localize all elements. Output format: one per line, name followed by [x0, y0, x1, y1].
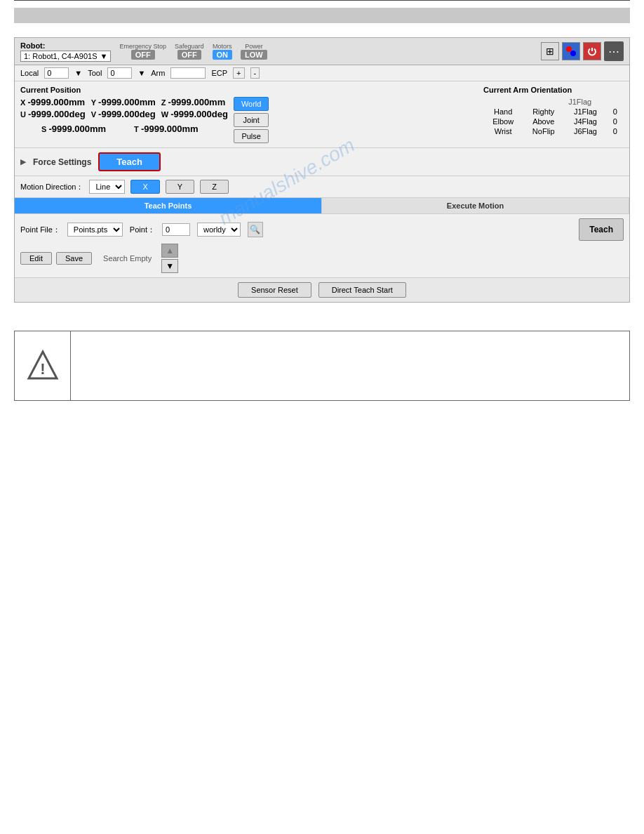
- point-label: Point：: [130, 225, 155, 235]
- ecp-label: ECP: [211, 69, 227, 77]
- safeguard-label: Safeguard: [175, 43, 204, 50]
- mode-buttons: World Joint Pulse: [234, 97, 269, 143]
- bottom-buttons-row: Sensor Reset Direct Teach Start: [15, 277, 629, 302]
- robot-selector-value: 1: Robot1, C4-A901S: [24, 52, 98, 60]
- save-button[interactable]: Save: [56, 252, 92, 265]
- ecp-minus-btn[interactable]: -: [250, 67, 260, 79]
- arm-elbow-value: Above: [523, 117, 564, 126]
- arrow-up-button[interactable]: ▲: [161, 244, 178, 258]
- joint-button[interactable]: Joint: [234, 113, 269, 127]
- pos-x: X -9999.000mm: [20, 97, 86, 107]
- arrow-down-button[interactable]: ▼: [161, 259, 178, 273]
- power-group: Power LOW: [241, 43, 267, 60]
- robot-selector[interactable]: 1: Robot1, C4-A901S ▼: [20, 51, 111, 62]
- arm-elbow-flag: J4Flag: [564, 117, 606, 126]
- force-settings-label: Force Settings: [33, 157, 91, 167]
- motion-direction-label: Motion Direction：: [20, 182, 83, 192]
- pulse-button[interactable]: Pulse: [234, 129, 269, 143]
- point-input[interactable]: [162, 223, 190, 236]
- svg-text:!: !: [40, 360, 45, 378]
- motion-direction-select[interactable]: Line: [89, 180, 125, 194]
- arm-wrist-num: 0: [607, 126, 624, 136]
- point-file-row: Point File： Points.pts Point： worldy 🔍 T…: [20, 218, 624, 241]
- worldy-select[interactable]: worldy: [197, 223, 241, 237]
- robot-top-bar: Robot: 1: Robot1, C4-A901S ▼ Emergency S…: [15, 38, 629, 65]
- arm-input[interactable]: [170, 67, 206, 79]
- arm-col-label: [483, 97, 523, 107]
- tool-dropdown-arrow[interactable]: ▼: [137, 69, 145, 77]
- grid-icon[interactable]: ⊞: [541, 42, 559, 60]
- left-arrow-indicator: ▶: [20, 157, 26, 166]
- warning-icon-cell: !: [15, 331, 71, 400]
- safeguard-value: OFF: [177, 50, 201, 60]
- arm-col-value: [523, 97, 564, 107]
- arm-hand-label: Hand: [483, 107, 523, 117]
- arm-row-wrist: Wrist NoFlip J6Flag 0: [483, 126, 624, 136]
- robot-panel-wrapper: manualshive.com Robot: 1: Robot1, C4-A90…: [0, 30, 644, 310]
- teach-points-tab[interactable]: Teach Points: [15, 198, 322, 213]
- pos-t: T -9999.000mm: [134, 124, 198, 134]
- y-axis-button[interactable]: Y: [166, 180, 194, 194]
- position-grid-st: S -9999.000mm T -9999.000mm: [20, 124, 228, 134]
- ecp-plus-btn[interactable]: +: [233, 67, 244, 79]
- arm-wrist-label: Wrist: [483, 126, 523, 136]
- execute-motion-tab[interactable]: Execute Motion: [322, 198, 629, 213]
- local-dropdown-arrow[interactable]: ▼: [74, 69, 82, 77]
- position-grid-xyz: X -9999.000mm Y -9999.000mm Z -9999.000m…: [20, 97, 228, 119]
- direct-teach-start-button[interactable]: Direct Teach Start: [318, 282, 406, 298]
- tabs-row: Teach Points Execute Motion: [15, 198, 629, 214]
- position-row: X -9999.000mm Y -9999.000mm Z -9999.000m…: [20, 97, 476, 143]
- local-input[interactable]: [44, 67, 69, 79]
- arm-col-num: [607, 97, 624, 107]
- pos-v: V -9999.000deg: [91, 109, 156, 119]
- robot-label-group: Robot: 1: Robot1, C4-A901S ▼: [20, 41, 111, 62]
- pos-y: Y -9999.000mm: [91, 97, 156, 107]
- pos-s: S -9999.000mm: [41, 124, 106, 134]
- emergency-stop-group: Emergency Stop OFF: [119, 43, 166, 60]
- motors-label: Motors: [213, 43, 232, 50]
- tool-input[interactable]: [107, 67, 132, 79]
- power-label: Power: [245, 43, 263, 50]
- power-icon[interactable]: [583, 42, 601, 60]
- right-panel: Current Arm Orientation J1Flag Hand: [483, 86, 624, 143]
- z-axis-button[interactable]: Z: [200, 180, 229, 194]
- warning-box: !: [14, 331, 630, 401]
- point-file-select[interactable]: Points.pts: [67, 223, 123, 237]
- arm-hand-num: 0: [607, 107, 624, 117]
- color-icon[interactable]: [562, 42, 580, 60]
- arm-orientation-title: Current Arm Orientation: [483, 86, 624, 94]
- point-file-label: Point File：: [20, 225, 60, 235]
- motors-group: Motors ON: [213, 43, 233, 60]
- power-value: LOW: [241, 50, 267, 60]
- teach-right-button[interactable]: Teach: [579, 218, 624, 241]
- world-button[interactable]: World: [234, 97, 269, 111]
- bottom-section: Point File： Points.pts Point： worldy 🔍 T…: [15, 214, 629, 277]
- gray-header-bar: [14, 8, 630, 23]
- teach-highlighted-button[interactable]: Teach: [98, 152, 161, 171]
- sensor-reset-button[interactable]: Sensor Reset: [238, 282, 311, 298]
- left-panel: Current Position X -9999.000mm Y -9999.0…: [20, 86, 476, 143]
- menu-dots-button[interactable]: ⋯: [604, 41, 624, 61]
- arm-hand-flag: J1Flag: [564, 107, 606, 117]
- pos-z: Z -9999.000mm: [161, 97, 228, 107]
- motors-value: ON: [213, 50, 233, 60]
- icon-grid: ⊞ ⋯: [541, 41, 624, 61]
- emergency-stop-value: OFF: [131, 50, 155, 60]
- arrow-buttons: ▲ ▼: [161, 244, 178, 273]
- warning-triangle-icon: !: [25, 348, 60, 383]
- position-values: X -9999.000mm Y -9999.000mm Z -9999.000m…: [20, 97, 228, 134]
- arm-elbow-num: 0: [607, 117, 624, 126]
- x-axis-button[interactable]: X: [130, 180, 159, 194]
- svg-point-0: [566, 46, 572, 52]
- arm-wrist-flag: J6Flag: [564, 126, 606, 136]
- edit-button[interactable]: Edit: [20, 252, 52, 265]
- top-separator: [14, 0, 630, 1]
- robot-label: Robot:: [20, 41, 45, 50]
- arm-elbow-label: Elbow: [483, 117, 523, 126]
- arm-row-elbow: Elbow Above J4Flag 0: [483, 117, 624, 126]
- search-icon-button[interactable]: 🔍: [248, 222, 263, 237]
- arm-col-j1flag: J1Flag: [564, 97, 606, 107]
- edit-save-row: Edit Save Search Empty ▲ ▼: [20, 244, 624, 273]
- emergency-stop-label: Emergency Stop: [119, 43, 166, 50]
- robot-selector-arrow: ▼: [100, 52, 108, 60]
